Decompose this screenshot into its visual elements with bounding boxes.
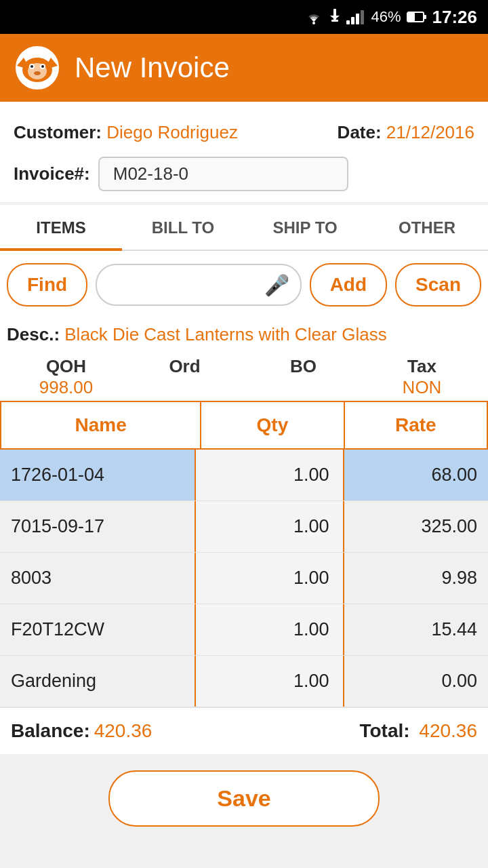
total-value: 420.36	[419, 720, 477, 741]
battery-text: 46%	[371, 8, 401, 26]
items-list: 1726-01-04 1.00 68.00 7015-09-17 1.00 32…	[0, 450, 488, 707]
svg-rect-10	[424, 15, 426, 19]
app-title: New Invoice	[75, 52, 230, 84]
item-name: 8003	[0, 553, 195, 604]
bo-value	[244, 377, 363, 398]
table-row[interactable]: 7015-09-17 1.00 325.00	[0, 501, 488, 553]
save-section: Save	[0, 754, 488, 847]
qoh-value: 998.00	[7, 377, 125, 398]
qoh-col: QOH 998.00	[7, 356, 125, 398]
search-box[interactable]: 🎤	[96, 264, 302, 306]
col-header-rate: Rate	[345, 402, 487, 448]
status-bar: 46% 17:26	[0, 0, 488, 34]
svg-rect-3	[331, 20, 338, 22]
battery-icon	[407, 11, 427, 23]
microphone-icon[interactable]: 🎤	[264, 273, 289, 297]
qoh-label: QOH	[7, 356, 125, 377]
svg-point-18	[30, 65, 33, 68]
svg-rect-4	[346, 20, 350, 24]
tax-col: Tax NON	[363, 356, 481, 398]
item-name: Gardening	[0, 656, 195, 707]
invoice-number-input[interactable]	[98, 157, 348, 191]
usb-icon	[329, 9, 341, 25]
tab-bill-to[interactable]: BILL TO	[122, 205, 244, 251]
balance-value: 420.36	[94, 720, 152, 742]
status-icons: 46% 17:26	[304, 7, 477, 28]
description-row: Desc.: Black Die Cast Lanterns with Clea…	[0, 319, 488, 351]
invoice-number-row: Invoice#:	[14, 150, 474, 202]
table-row[interactable]: 8003 1.00 9.98	[0, 553, 488, 604]
svg-point-19	[41, 65, 44, 68]
total-label: Total:	[359, 720, 409, 741]
ord-col: Ord	[125, 356, 244, 398]
tab-ship-to[interactable]: SHIP TO	[244, 205, 366, 251]
customer-field: Customer: Diego Rodriguez	[14, 122, 238, 143]
item-qty[interactable]: 1.00	[195, 450, 344, 500]
add-button[interactable]: Add	[310, 263, 387, 307]
total-section: Total: 420.36	[359, 720, 477, 742]
app-header: New Invoice	[0, 34, 488, 102]
svg-rect-7	[361, 10, 364, 24]
scan-button[interactable]: Scan	[395, 263, 481, 307]
item-qty: 1.00	[195, 604, 344, 655]
tab-bar: ITEMS BILL TO SHIP TO OTHER	[0, 205, 488, 251]
item-name: F20T12CW	[0, 604, 195, 655]
invoice-label: Invoice#:	[14, 163, 90, 184]
desc-value: Black Die Cast Lanterns with Clear Glass	[64, 324, 386, 344]
save-button[interactable]: Save	[108, 770, 380, 827]
customer-value[interactable]: Diego Rodriguez	[106, 122, 238, 142]
item-rate: 15.44	[344, 604, 488, 655]
totals-row: Balance: 420.36 Total: 420.36	[0, 707, 488, 754]
bo-label: BO	[244, 356, 363, 377]
item-rate: 9.98	[344, 553, 488, 604]
invoice-form: Customer: Diego Rodriguez Date: 21/12/20…	[0, 102, 488, 202]
svg-rect-9	[408, 13, 415, 21]
find-button[interactable]: Find	[7, 263, 87, 307]
item-name: 1726-01-04	[0, 450, 195, 500]
customer-date-row: Customer: Diego Rodriguez Date: 21/12/20…	[14, 115, 474, 150]
item-qty: 1.00	[195, 553, 344, 604]
svg-rect-6	[356, 14, 359, 24]
item-name: 7015-09-17	[0, 501, 195, 552]
table-row[interactable]: F20T12CW 1.00 15.44	[0, 604, 488, 656]
col-header-name: Name	[1, 402, 201, 448]
date-label: Date:	[338, 122, 382, 142]
table-header: Name Qty Rate	[0, 401, 488, 450]
wifi-icon	[304, 9, 323, 24]
item-rate: 68.00	[344, 450, 488, 500]
ord-value	[125, 377, 244, 398]
tax-value: NON	[363, 377, 481, 398]
date-value: 21/12/2016	[386, 122, 474, 142]
svg-rect-5	[351, 17, 354, 24]
tab-other[interactable]: OTHER	[366, 205, 488, 251]
qoh-row: QOH 998.00 Ord BO Tax NON	[0, 351, 488, 401]
item-qty: 1.00	[195, 501, 344, 552]
tax-label: Tax	[363, 356, 481, 377]
balance-label: Balance:	[11, 720, 90, 742]
tab-items[interactable]: ITEMS	[0, 205, 122, 251]
table-row[interactable]: Gardening 1.00 0.00	[0, 656, 488, 707]
ord-label: Ord	[125, 356, 244, 377]
svg-marker-2	[330, 16, 340, 20]
action-bar: Find 🎤 Add Scan	[0, 251, 488, 319]
bo-col: BO	[244, 356, 363, 398]
desc-label: Desc.:	[7, 324, 60, 344]
customer-label: Customer:	[14, 122, 102, 142]
item-qty: 1.00	[195, 656, 344, 707]
svg-point-0	[312, 22, 315, 24]
col-header-qty: Qty	[201, 402, 344, 448]
app-logo-icon	[14, 44, 61, 92]
item-rate: 325.00	[344, 501, 488, 552]
time-display: 17:26	[432, 7, 478, 28]
date-field: Date: 21/12/2016	[338, 122, 474, 143]
svg-point-20	[34, 71, 41, 75]
signal-icon	[346, 9, 365, 24]
table-row[interactable]: 1726-01-04 1.00 68.00	[0, 450, 488, 501]
item-rate: 0.00	[344, 656, 488, 707]
